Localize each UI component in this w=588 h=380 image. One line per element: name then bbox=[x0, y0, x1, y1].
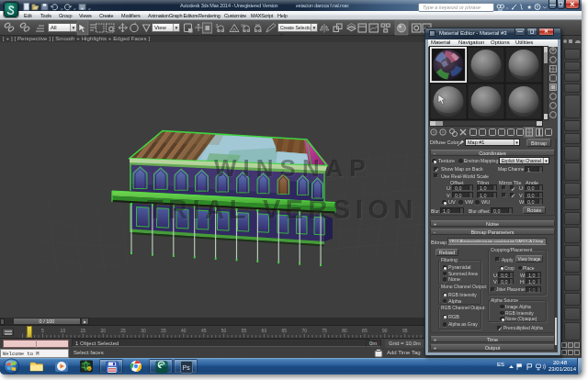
svg-text:Ps: Ps bbox=[183, 364, 191, 371]
svg-text:%: % bbox=[242, 23, 246, 28]
svg-text:?: ? bbox=[537, 5, 539, 10]
svg-text:3: 3 bbox=[216, 23, 219, 28]
